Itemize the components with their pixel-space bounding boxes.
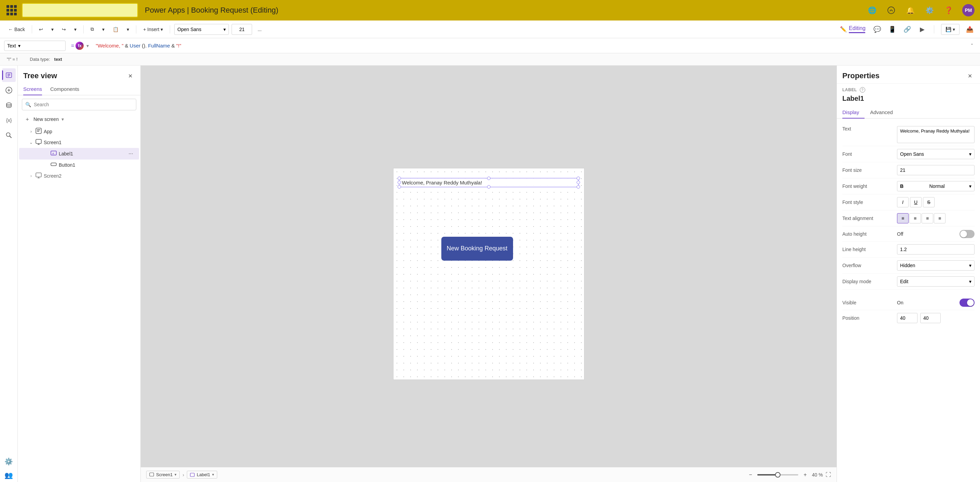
help-icon[interactable]: ? — [860, 87, 865, 92]
play-icon[interactable]: ▶ — [918, 25, 927, 34]
property-selector[interactable]: Text ▾ — [4, 41, 65, 51]
new-screen-button[interactable]: ＋ New screen ▾ — [20, 114, 138, 125]
tree-items: › App ⌄ Screen1 A Label1 — [18, 125, 140, 482]
fit-screen-icon[interactable]: ⛶ — [826, 472, 831, 478]
copy-button[interactable]: ⧉ — [88, 24, 97, 35]
sidebar-treeview-icon[interactable] — [2, 68, 16, 82]
strikethrough-button[interactable]: S — [923, 197, 935, 207]
properties-close-button[interactable]: ✕ — [965, 71, 975, 81]
line-height-input[interactable] — [897, 244, 975, 255]
sidebar-data-icon[interactable] — [2, 99, 16, 112]
zoom-out-button[interactable]: − — [746, 471, 754, 479]
formula-content[interactable]: "Welcome, " & User (). FullName & "!" — [95, 43, 965, 49]
prop-overflow: Overflow Hidden ▾ — [842, 258, 975, 274]
handle-mid-right[interactable] — [577, 181, 580, 184]
chevron-right-icon: › — [29, 129, 33, 134]
copy-dropdown[interactable]: ▾ — [99, 24, 107, 35]
formula-string-1: "Welcome, " — [95, 43, 123, 49]
font-size-input[interactable] — [232, 24, 252, 35]
prop-font-size: Font size — [842, 162, 975, 178]
globe-icon[interactable]: 🌐 — [867, 5, 878, 16]
handle-top-right[interactable] — [577, 177, 580, 180]
handle-top-left[interactable] — [398, 177, 401, 180]
save-button[interactable]: 💾 ▾ — [941, 24, 959, 35]
share-icon[interactable]: 🔗 — [902, 25, 912, 34]
text-value-input[interactable]: Welcome, Pranay Reddy Muthyala! — [897, 126, 975, 143]
user-avatar[interactable]: PM — [962, 4, 975, 16]
waffle-menu[interactable] — [5, 4, 18, 16]
svg-text:{x}: {x} — [6, 118, 12, 123]
screen1-indicator[interactable]: Screen1 ▾ — [146, 471, 180, 479]
position-x-input[interactable] — [897, 313, 918, 323]
phone-icon[interactable]: 📱 — [888, 25, 897, 34]
underline-button[interactable]: U — [910, 197, 921, 207]
font-size-value-input[interactable] — [897, 165, 975, 175]
zoom-in-button[interactable]: + — [801, 471, 809, 479]
label-icon: A — [51, 150, 57, 157]
tree-item-button1[interactable]: Button1 — [19, 159, 139, 170]
redo-dropdown[interactable]: ▾ — [72, 24, 79, 35]
align-right-button[interactable]: ≡ — [921, 213, 933, 223]
label-element[interactable]: Welcome, Pranay Reddy Muthyala! — [399, 178, 579, 187]
button-element[interactable]: New Booking Request — [441, 237, 513, 261]
tab-advanced[interactable]: Advanced — [870, 107, 898, 119]
tree-item-screen1[interactable]: ⌄ Screen1 — [19, 137, 139, 148]
chevron-icon[interactable]: ▾ — [85, 43, 90, 49]
insert-button[interactable]: + Insert ▾ — [140, 24, 165, 35]
back-button[interactable]: ← Back — [5, 24, 28, 35]
zoom-level: 40 % — [812, 472, 823, 477]
font-weight-select[interactable]: B Normal ▾ — [897, 181, 975, 191]
tree-item-screen2[interactable]: › Screen2 — [19, 170, 139, 181]
handle-bot-right[interactable] — [577, 185, 580, 189]
bell-icon[interactable]: 🔔 — [905, 5, 916, 16]
label1-indicator[interactable]: Label1 ▾ — [187, 471, 217, 479]
sidebar-plus-icon[interactable] — [2, 83, 16, 97]
sidebar-variables-icon[interactable]: {x} — [2, 113, 16, 127]
app-name-box[interactable] — [22, 3, 138, 17]
align-left-button[interactable]: ≡ — [897, 213, 908, 223]
undo-dropdown[interactable]: ▾ — [48, 24, 56, 35]
more-options-button[interactable]: ... — [255, 24, 264, 35]
waffle-icon — [6, 5, 17, 15]
auto-height-toggle[interactable] — [959, 230, 975, 238]
align-justify-button[interactable]: ≡ — [934, 213, 945, 223]
chevron-right-icon: › — [29, 173, 33, 178]
undo-button[interactable]: ↩ — [36, 24, 46, 35]
tab-display[interactable]: Display — [842, 107, 865, 119]
prop-font-style: Font style I U S — [842, 194, 975, 210]
display-mode-select[interactable]: Edit ▾ — [897, 276, 975, 286]
handle-mid-left[interactable] — [398, 181, 401, 184]
redo-button[interactable]: ↪ — [59, 24, 68, 35]
sidebar-gear-icon[interactable]: ⚙️ — [2, 455, 16, 468]
publish-icon[interactable]: 📤 — [965, 25, 975, 34]
tree-close-button[interactable]: ✕ — [126, 71, 135, 81]
tree-item-label1[interactable]: A Label1 ··· — [19, 148, 139, 159]
formula-expand-icon[interactable]: ˅ — [968, 43, 976, 49]
handle-bot-mid[interactable] — [487, 185, 490, 189]
search-input[interactable] — [22, 99, 136, 110]
help-icon[interactable]: ❓ — [943, 5, 954, 16]
visible-toggle[interactable] — [959, 299, 975, 307]
more-options-button[interactable]: ··· — [127, 150, 135, 158]
prop-text: Text Welcome, Pranay Reddy Muthyala! — [842, 122, 975, 146]
paste-dropdown[interactable]: ▾ — [124, 24, 132, 35]
font-family-select[interactable]: Open Sans ▾ — [174, 24, 229, 35]
handle-bot-left[interactable] — [398, 185, 401, 189]
tree-item-app[interactable]: › App — [19, 126, 139, 137]
position-y-input[interactable] — [920, 313, 941, 323]
comment-icon[interactable]: 💬 — [872, 25, 882, 34]
tab-screens[interactable]: Screens — [23, 83, 42, 95]
copilot-icon[interactable] — [886, 5, 897, 16]
zoom-slider[interactable] — [757, 474, 798, 476]
canvas-screen[interactable]: Welcome, Pranay Reddy Muthyala! New Book… — [393, 168, 584, 380]
align-center-button[interactable]: ≡ — [909, 213, 921, 223]
font-select[interactable]: Open Sans ▾ — [897, 149, 975, 159]
handle-top-mid[interactable] — [487, 177, 490, 180]
italic-button[interactable]: I — [897, 197, 908, 207]
sidebar-people-icon[interactable]: 👥 — [2, 468, 16, 482]
sidebar-search-icon[interactable] — [2, 129, 16, 142]
settings-icon[interactable]: ⚙️ — [924, 5, 935, 16]
tab-components[interactable]: Components — [50, 83, 79, 95]
paste-button[interactable]: 📋 — [110, 24, 121, 35]
overflow-select[interactable]: Hidden ▾ — [897, 260, 975, 270]
